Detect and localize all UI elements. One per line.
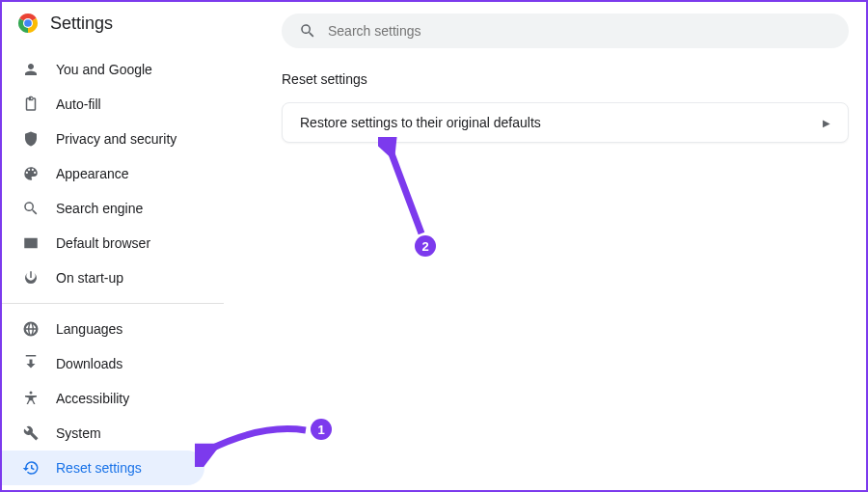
sidebar-item-you-and-google[interactable]: You and Google: [2, 52, 204, 87]
wrench-icon: [21, 424, 41, 443]
person-icon: [21, 60, 41, 79]
sidebar-item-label: Privacy and security: [56, 131, 176, 147]
restore-settings-card[interactable]: Restore settings to their original defau…: [282, 102, 849, 143]
sidebar-item-downloads[interactable]: Downloads: [2, 346, 204, 381]
main-content: Reset settings Restore settings to their…: [224, 2, 866, 490]
sidebar-item-appearance[interactable]: Appearance: [2, 156, 204, 191]
sidebar-item-privacy[interactable]: Privacy and security: [2, 122, 204, 156]
header: Settings: [2, 2, 224, 44]
sidebar-item-search-engine[interactable]: Search engine: [2, 191, 204, 226]
power-icon: [21, 268, 41, 287]
sidebar-item-accessibility[interactable]: Accessibility: [2, 381, 204, 416]
shield-icon: [21, 129, 41, 149]
sidebar-item-label: Accessibility: [56, 391, 129, 406]
annotation-bubble-1: 1: [311, 419, 332, 440]
search-icon: [299, 22, 316, 40]
card-label: Restore settings to their original defau…: [300, 115, 541, 130]
sidebar-item-languages[interactable]: Languages: [2, 312, 204, 346]
sidebar-item-default-browser[interactable]: Default browser: [2, 226, 204, 260]
sidebar-item-label: Downloads: [56, 356, 122, 371]
search-bar[interactable]: [282, 14, 849, 48]
annotation-number: 1: [317, 423, 324, 437]
sidebar-item-label: Default browser: [56, 235, 150, 251]
annotation-number: 2: [421, 239, 428, 254]
sidebar-item-on-startup[interactable]: On start-up: [2, 260, 204, 295]
sidebar-item-label: Auto-fill: [56, 96, 101, 112]
browser-icon: [21, 233, 41, 253]
sidebar-item-label: Search engine: [56, 201, 143, 216]
page-title: Settings: [50, 14, 113, 34]
sidebar-item-label: Languages: [56, 321, 122, 337]
sidebar-item-label: On start-up: [56, 270, 123, 286]
sidebar-item-label: Reset settings: [56, 460, 142, 476]
annotation-bubble-2: 2: [415, 235, 436, 257]
sidebar-item-label: Appearance: [56, 166, 129, 181]
chevron-right-icon: ▶: [823, 118, 830, 128]
svg-point-3: [30, 392, 33, 395]
section-title: Reset settings: [282, 71, 849, 87]
sidebar-item-autofill[interactable]: Auto-fill: [2, 87, 204, 122]
sidebar-item-system[interactable]: System: [2, 416, 204, 451]
globe-icon: [21, 319, 41, 339]
sidebar-item-reset-settings[interactable]: Reset settings: [2, 451, 204, 485]
accessibility-icon: [21, 389, 41, 408]
palette-icon: [21, 164, 41, 183]
sidebar-item-label: System: [56, 425, 101, 441]
clipboard-icon: [21, 95, 41, 114]
sidebar: Settings You and Google Auto-fill Privac…: [2, 2, 224, 490]
search-input[interactable]: [328, 23, 831, 39]
sidebar-item-label: You and Google: [56, 62, 152, 77]
nav-group-secondary: Languages Downloads Accessibility System…: [2, 304, 224, 492]
chrome-logo-icon: [17, 13, 39, 34]
nav-group-primary: You and Google Auto-fill Privacy and sec…: [2, 44, 224, 303]
search-icon: [21, 199, 41, 218]
svg-point-2: [24, 19, 32, 27]
download-icon: [21, 354, 41, 373]
restore-icon: [21, 458, 41, 478]
